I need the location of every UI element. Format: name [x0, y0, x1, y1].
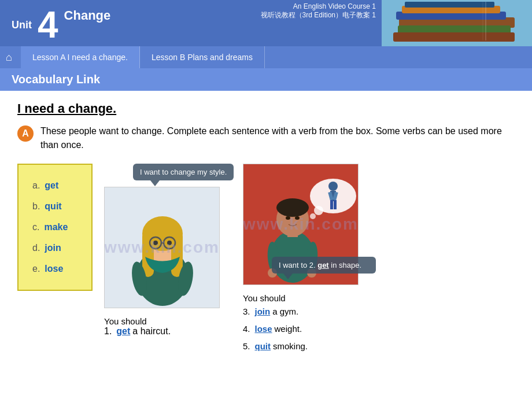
circle-a-label: A [17, 125, 34, 142]
answer5-num: 5. [243, 338, 250, 355]
image2-col: www.kin.com I want to 2. get in shape. Y… [243, 164, 370, 355]
word-letter-a: a. [32, 180, 40, 191]
answer5-word: quit [255, 338, 271, 355]
answer-line-3: 3. join a gym. [243, 303, 308, 320]
svg-point-38 [295, 216, 300, 220]
svg-rect-31 [330, 200, 333, 209]
answer4-word: lose [255, 320, 272, 338]
svg-point-20 [167, 241, 172, 245]
speech-bubble-1: I want to change my style. [133, 164, 234, 180]
word-join: join [45, 243, 61, 253]
svg-point-37 [286, 216, 290, 220]
instruction-text: These people want to change. Complete ea… [40, 124, 515, 152]
word-letter-e: e. [32, 264, 40, 274]
word-box: a. get b. quit c. make d. join e. lose [17, 164, 93, 291]
word-letter-d: d. [32, 243, 40, 253]
exercise-area: a. get b. quit c. make d. join e. lose [17, 164, 515, 355]
answer5-rest: smoking. [273, 338, 308, 355]
svg-point-25 [314, 206, 323, 215]
answer-line-4: 4. lose weight. [243, 320, 308, 338]
you-should-2: You should [243, 293, 286, 303]
answer1-num: 1. [104, 326, 112, 337]
word-make: make [44, 222, 68, 232]
svg-rect-32 [334, 200, 337, 209]
navbar: ⌂ Lesson A I need a change. Lesson B Pla… [0, 46, 532, 68]
answer-line-1: 1. get a haircut. [104, 326, 171, 337]
girl-illustration: www.kin.com [104, 187, 220, 308]
answer3-word: join [255, 303, 271, 320]
image2-wrapper: www.kin.com I want to 2. get in shape. [243, 164, 370, 285]
svg-point-19 [153, 241, 158, 245]
word-item-a: a. get [32, 180, 77, 191]
word-quit: quit [45, 201, 61, 212]
answer-col-2: 3. join a gym. 4. lose weight. 5. quit s… [243, 303, 308, 355]
main-content: I need a change. A These people want to … [0, 91, 532, 365]
word-item-d: d. join [32, 243, 77, 253]
answer-line-5: 5. quit smoking. [243, 338, 308, 355]
course-line2: 视听说教程（3rd Edition）电子教案 1 [261, 10, 376, 20]
image1-wrapper: I want to change my style. [104, 164, 231, 308]
nav-tab-lesson-a[interactable]: Lesson A I need a change. [21, 46, 140, 68]
word-item-b: b. quit [32, 201, 77, 212]
word-letter-b: b. [32, 201, 40, 212]
header-book-image [382, 0, 532, 46]
svg-point-27 [328, 182, 338, 191]
unit-number: 4 [38, 6, 58, 43]
section-header: Vocabulary Link [0, 68, 532, 91]
word-lose: lose [45, 264, 63, 274]
unit-label: Unit [12, 19, 32, 31]
word-letter-c: c. [32, 222, 39, 232]
word-item-c: c. make [32, 222, 77, 232]
answer4-rest: weight. [275, 320, 302, 338]
nav-tab-lesson-b[interactable]: Lesson B Plans and dreams [140, 46, 265, 68]
answer3-num: 3. [243, 303, 250, 320]
lesson-title: I need a change. [17, 101, 515, 116]
bubble-answer-word: get [317, 261, 329, 269]
answer1-word: get [116, 326, 130, 337]
instruction-row: A These people want to change. Complete … [17, 124, 515, 152]
word-get: get [45, 180, 58, 191]
svg-point-36 [276, 198, 309, 217]
you-should-1: You should [104, 316, 147, 326]
svg-rect-4 [405, 2, 494, 8]
answer3-rest: a gym. [272, 303, 298, 320]
svg-point-26 [310, 213, 316, 219]
svg-rect-6 [393, 32, 515, 42]
home-icon[interactable]: ⌂ [6, 51, 12, 64]
word-item-e: e. lose [32, 264, 77, 274]
image1-col: I want to change my style. [104, 164, 231, 355]
answer1-rest: a haircut. [132, 326, 171, 337]
course-line1: An English Video Course 1 [261, 2, 376, 10]
change-label: Change [64, 8, 111, 23]
section-title: Vocabulary Link [12, 73, 100, 86]
speech-bubble-2: I want to 2. get in shape. [272, 257, 376, 274]
answer4-num: 4. [243, 320, 250, 338]
